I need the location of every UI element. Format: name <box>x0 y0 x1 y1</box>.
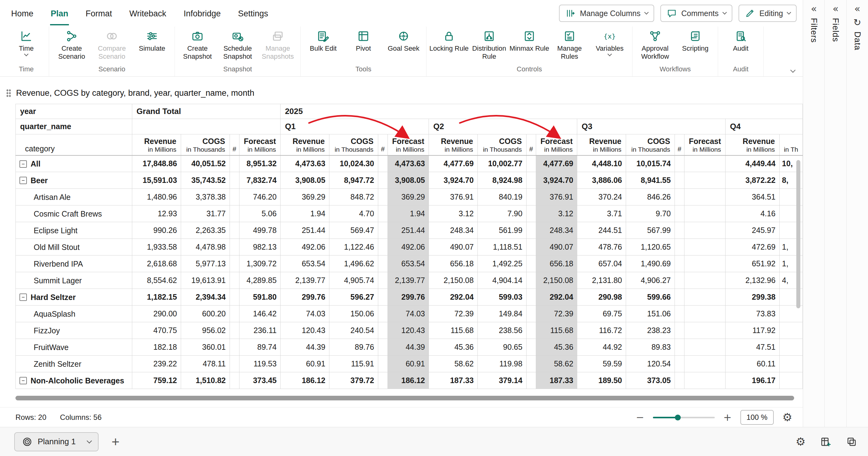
value-cell[interactable] <box>684 172 725 189</box>
value-cell[interactable]: 7.90 <box>477 205 526 222</box>
value-cell[interactable]: 74.03 <box>388 305 429 322</box>
value-cell[interactable]: 238.56 <box>477 322 526 339</box>
value-cell[interactable]: 591.80 <box>239 289 280 305</box>
ribbon-button-audit[interactable]: Audit <box>721 27 761 53</box>
value-cell[interactable]: 561.99 <box>477 222 526 239</box>
value-cell[interactable] <box>229 189 239 205</box>
value-cell[interactable] <box>526 305 536 322</box>
ribbon-button-time[interactable]: Time <box>6 27 46 56</box>
copy-icon[interactable] <box>846 436 858 448</box>
value-cell[interactable]: 10,024.30 <box>329 155 378 172</box>
value-cell[interactable]: 982.13 <box>239 239 280 256</box>
value-cell[interactable]: 4,477.69 <box>536 155 577 172</box>
value-cell[interactable] <box>526 205 536 222</box>
value-cell[interactable]: 600.20 <box>181 305 229 322</box>
value-cell[interactable] <box>684 289 725 305</box>
value-cell[interactable] <box>684 356 725 372</box>
value-cell[interactable] <box>779 372 803 389</box>
value-cell[interactable]: 3,886.06 <box>577 172 626 189</box>
value-cell[interactable] <box>229 155 239 172</box>
value-cell[interactable]: 4,906.27 <box>626 272 675 289</box>
value-cell[interactable]: 8,924.98 <box>477 172 526 189</box>
value-cell[interactable] <box>675 305 684 322</box>
value-cell[interactable]: 4,478.98 <box>181 239 229 256</box>
value-cell[interactable]: 89.76 <box>329 339 378 356</box>
value-cell[interactable] <box>229 222 239 239</box>
value-cell[interactable]: 373.05 <box>626 372 675 389</box>
value-cell[interactable] <box>675 372 684 389</box>
value-cell[interactable]: 490.07 <box>429 239 478 256</box>
menu-item-format[interactable]: Format <box>85 2 113 25</box>
value-cell[interactable] <box>229 322 239 339</box>
value-cell[interactable]: 299.76 <box>281 289 330 305</box>
value-cell[interactable]: 45.36 <box>536 339 577 356</box>
value-cell[interactable]: 31.77 <box>181 205 229 222</box>
ribbon-button-scripting[interactable]: Scripting <box>675 27 715 53</box>
ribbon-button-minmax-rule[interactable]: Minmax Rule <box>509 27 550 53</box>
value-cell[interactable]: 3,908.05 <box>281 172 330 189</box>
value-cell[interactable]: 364.51 <box>725 189 779 205</box>
value-cell[interactable]: 58.62 <box>536 356 577 372</box>
value-cell[interactable]: 60.91 <box>388 356 429 372</box>
value-cell[interactable] <box>378 155 388 172</box>
value-cell[interactable]: 470.75 <box>132 322 181 339</box>
value-cell[interactable] <box>526 339 536 356</box>
ribbon-button-schedule-snapshot[interactable]: Schedule Snapshot <box>218 27 258 61</box>
value-cell[interactable]: 119.53 <box>239 356 280 372</box>
top-button-comments[interactable]: Comments <box>660 5 732 22</box>
value-cell[interactable]: 656.18 <box>429 256 478 272</box>
value-cell[interactable] <box>675 339 684 356</box>
value-cell[interactable]: 10,015.74 <box>626 155 675 172</box>
value-cell[interactable]: 369.29 <box>281 189 330 205</box>
value-cell[interactable] <box>684 372 725 389</box>
value-cell[interactable]: 492.06 <box>281 239 330 256</box>
value-cell[interactable]: 3,924.70 <box>429 172 478 189</box>
value-cell[interactable]: 1,496.62 <box>329 256 378 272</box>
value-cell[interactable] <box>526 356 536 372</box>
value-cell[interactable]: 2,263.35 <box>181 222 229 239</box>
value-cell[interactable] <box>684 155 725 172</box>
value-cell[interactable]: 119.98 <box>477 356 526 372</box>
zoom-level[interactable]: 100 % <box>740 410 774 425</box>
value-cell[interactable] <box>229 205 239 222</box>
value-cell[interactable]: 846.26 <box>626 189 675 205</box>
value-cell[interactable]: 248.34 <box>536 222 577 239</box>
value-cell[interactable]: 10,002.77 <box>477 155 526 172</box>
value-cell[interactable]: 186.12 <box>281 372 330 389</box>
value-cell[interactable] <box>378 339 388 356</box>
ribbon-button-create-scenario[interactable]: Create Scenario <box>52 27 92 61</box>
value-cell[interactable]: 187.33 <box>536 372 577 389</box>
value-cell[interactable] <box>675 172 684 189</box>
zoom-slider[interactable] <box>653 414 715 421</box>
value-cell[interactable]: 376.91 <box>429 189 478 205</box>
value-cell[interactable]: 146.42 <box>239 305 280 322</box>
value-cell[interactable]: 2,394.34 <box>181 289 229 305</box>
value-cell[interactable]: 1.94 <box>388 205 429 222</box>
value-cell[interactable] <box>526 322 536 339</box>
value-cell[interactable]: 90.65 <box>477 339 526 356</box>
value-cell[interactable] <box>684 205 725 222</box>
value-cell[interactable] <box>675 239 684 256</box>
value-cell[interactable] <box>229 272 239 289</box>
value-cell[interactable]: 2,618.68 <box>132 256 181 272</box>
value-cell[interactable]: 45.36 <box>429 339 478 356</box>
value-cell[interactable] <box>229 289 239 305</box>
value-cell[interactable]: 251.44 <box>281 222 330 239</box>
value-cell[interactable]: 150.06 <box>329 305 378 322</box>
value-cell[interactable] <box>229 305 239 322</box>
row-label-cell[interactable]: −All <box>16 155 132 172</box>
value-cell[interactable]: 115.68 <box>536 322 577 339</box>
value-cell[interactable] <box>526 272 536 289</box>
value-cell[interactable]: 72.39 <box>429 305 478 322</box>
row-label-cell[interactable]: Artisan Ale <box>16 189 132 205</box>
row-label-cell[interactable]: FruitWave <box>16 339 132 356</box>
menu-item-plan[interactable]: Plan <box>50 2 69 25</box>
value-cell[interactable]: 1,933.58 <box>132 239 181 256</box>
value-cell[interactable] <box>229 239 239 256</box>
value-cell[interactable]: 4,473.63 <box>281 155 330 172</box>
value-cell[interactable]: 187.33 <box>429 372 478 389</box>
rail-tab-data[interactable]: «↻Data <box>847 0 868 427</box>
value-cell[interactable] <box>526 155 536 172</box>
value-cell[interactable]: 182.18 <box>132 339 181 356</box>
value-cell[interactable]: 478.11 <box>181 356 229 372</box>
